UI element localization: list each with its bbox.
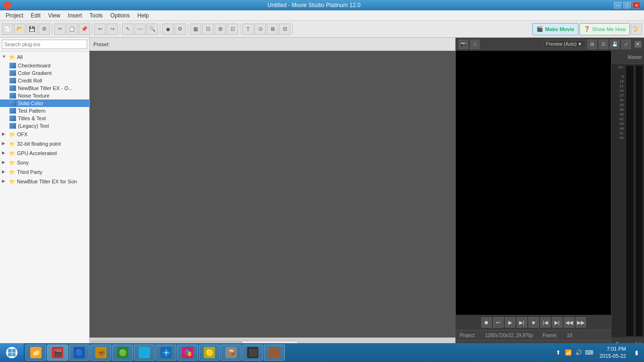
- taskbar-app-4[interactable]: 🦋: [91, 345, 111, 361]
- taskbar-app-10[interactable]: 📦: [221, 345, 241, 361]
- pv-rewind[interactable]: ↩: [493, 317, 504, 328]
- tree-item-third-party[interactable]: ▶ 📁 Third Party: [0, 167, 89, 177]
- maximize-button[interactable]: □: [623, 2, 631, 8]
- vm-tick: 36: [611, 107, 625, 112]
- menu-edit[interactable]: Edit: [27, 11, 44, 20]
- tray-network[interactable]: 📶: [565, 349, 572, 356]
- pv-play[interactable]: ▶: [505, 317, 515, 328]
- save-button[interactable]: 💾: [26, 24, 38, 35]
- vm-tick: 30: [611, 98, 625, 103]
- tree-item-newblue-son[interactable]: ▶ 📁 NewBlue Titler EX for Son: [0, 177, 89, 186]
- menu-project[interactable]: Project: [2, 11, 27, 20]
- settings-button[interactable]: ⚙: [174, 24, 186, 35]
- media-icon: [9, 123, 16, 129]
- tree-item-titles-text[interactable]: Titles & Text: [0, 115, 89, 122]
- pv-stop[interactable]: ■: [528, 317, 539, 328]
- tree-item-test-pattern[interactable]: Test Pattern: [0, 107, 89, 115]
- preview-transport: ⏺ ↩ ▶ ▶| ■ |◀ ▶| ◀◀ ▶▶: [456, 315, 611, 330]
- menu-options[interactable]: Options: [107, 11, 133, 20]
- menu-help[interactable]: Help: [133, 11, 153, 20]
- question-icon: ❓: [584, 26, 590, 32]
- new-button[interactable]: 📄: [2, 24, 13, 35]
- taskbar-app-8[interactable]: 🎭: [177, 345, 198, 361]
- show-me-how-button[interactable]: ❓ Show Me How: [579, 23, 630, 35]
- search-input[interactable]: [2, 40, 87, 49]
- tree-item-gpu[interactable]: ▶ 📁 GPU Accelerated: [0, 148, 89, 158]
- record-button[interactable]: ⏺: [162, 24, 173, 35]
- taskbar-file-explorer[interactable]: 📁: [25, 345, 46, 361]
- pv-settings[interactable]: ⊡: [599, 40, 608, 49]
- tree-item-32bit[interactable]: ▶ 📁 32-bit floating point: [0, 139, 89, 148]
- taskbar-app-11[interactable]: ⬛: [242, 345, 263, 361]
- taskbar-chrome[interactable]: 🌐: [134, 345, 155, 361]
- menu-tools[interactable]: Tools: [86, 11, 107, 20]
- vm-tick: 33: [611, 103, 625, 107]
- taskbar-app-5[interactable]: 🟢: [112, 345, 133, 361]
- tree-item-all[interactable]: ▼ 📁 All: [0, 52, 89, 62]
- film-icon: 🎬: [537, 26, 543, 32]
- close-button[interactable]: ✕: [633, 2, 640, 8]
- cursor-tool[interactable]: ↖: [122, 24, 133, 35]
- menu-view[interactable]: View: [44, 11, 64, 20]
- pv-btn-loop[interactable]: □: [470, 40, 479, 49]
- undo-button[interactable]: ↩: [94, 24, 106, 35]
- envelope-tool[interactable]: 〰: [134, 24, 146, 35]
- pv-slow-back[interactable]: ◀◀: [564, 317, 574, 328]
- tb-btn-10[interactable]: ⊞: [215, 24, 226, 35]
- tree-item-ofx[interactable]: ▶ 📁 OFX: [0, 130, 89, 139]
- tb-btn-14[interactable]: ⊠: [267, 24, 278, 35]
- show-desktop[interactable]: ▮: [633, 349, 640, 356]
- pv-save[interactable]: 💾: [610, 40, 619, 49]
- tb-btn-11[interactable]: ⊡: [227, 24, 238, 35]
- tray-up-arrow[interactable]: ⬆: [554, 349, 562, 356]
- zoom-tool[interactable]: 🔍: [147, 24, 158, 35]
- paste-button[interactable]: 📌: [79, 24, 90, 35]
- folder-icon: 📁: [8, 159, 16, 166]
- tray-volume[interactable]: 🔊: [575, 349, 583, 356]
- taskbar-app-3[interactable]: 🔵: [69, 345, 90, 361]
- tree-item-color-gradient[interactable]: Color Gradient: [0, 69, 89, 77]
- menu-insert[interactable]: Insert: [64, 11, 86, 20]
- app4-icon: 🦋: [95, 347, 107, 358]
- taskbar-movie-studio[interactable]: 🎬: [47, 345, 68, 361]
- tree-item-solid-color[interactable]: Solid Color: [0, 99, 89, 107]
- expand-icon: ▶: [2, 169, 8, 175]
- pv-play-end[interactable]: ▶|: [517, 317, 527, 328]
- system-clock[interactable]: 7:01 PM 2015-05-22: [596, 346, 630, 360]
- taskbar-app-7[interactable]: 💠: [156, 345, 176, 361]
- cut-button[interactable]: ✂: [54, 24, 66, 35]
- tb-btn-9[interactable]: ⊡: [202, 24, 214, 35]
- tree-item-sony[interactable]: ▶ 📁 Sony: [0, 158, 89, 167]
- panel-close-right[interactable]: ×: [635, 41, 641, 48]
- pv-compare[interactable]: ⊞: [587, 40, 597, 49]
- taskbar-app-12[interactable]: 🎵: [264, 345, 285, 361]
- pv-next[interactable]: ▶|: [552, 317, 562, 328]
- pv-slow-fwd[interactable]: ▶▶: [576, 317, 586, 328]
- start-button[interactable]: [0, 343, 24, 362]
- pv-record[interactable]: ⏺: [481, 317, 492, 328]
- tree-item-legacy-text[interactable]: (Legacy) Text: [0, 122, 89, 130]
- redo-button[interactable]: ↪: [107, 24, 118, 35]
- make-movie-button[interactable]: 🎬 Make Movie: [532, 23, 578, 35]
- copy-button[interactable]: 📋: [66, 24, 78, 35]
- tb-btn-8[interactable]: ▦: [190, 24, 201, 35]
- tb-btn-12[interactable]: T: [242, 24, 254, 35]
- main-area: ▼ 📁 All Checkerboard Color Gradient Cred…: [0, 38, 644, 351]
- open-button[interactable]: 📂: [14, 24, 25, 35]
- pv-prev[interactable]: |◀: [540, 317, 551, 328]
- pv-ext[interactable]: ⤢: [621, 40, 631, 49]
- minimize-button[interactable]: ─: [614, 2, 621, 8]
- tb-btn-15[interactable]: ⊟: [279, 24, 290, 35]
- tree-item-newblue-titler[interactable]: NewBlue Titler EX - O...: [0, 84, 89, 92]
- tree-item-credit-roll[interactable]: Credit Roll: [0, 77, 89, 84]
- tb-btn-13[interactable]: ⊙: [255, 24, 266, 35]
- properties-button[interactable]: ⚙: [39, 24, 50, 35]
- taskbar-app-9[interactable]: 🟡: [199, 345, 220, 361]
- tree-item-checkerboard[interactable]: Checkerboard: [0, 62, 89, 69]
- tree-item-noise-texture[interactable]: Noise Texture: [0, 92, 89, 99]
- scripting-button[interactable]: 📜: [631, 24, 642, 35]
- vm-tick: 9: [611, 74, 625, 79]
- preview-dropdown[interactable]: Preview (Auto) ▼: [543, 40, 586, 48]
- tray-keyboard[interactable]: ⌨: [586, 349, 593, 356]
- pv-btn-snap[interactable]: 📷: [459, 40, 468, 49]
